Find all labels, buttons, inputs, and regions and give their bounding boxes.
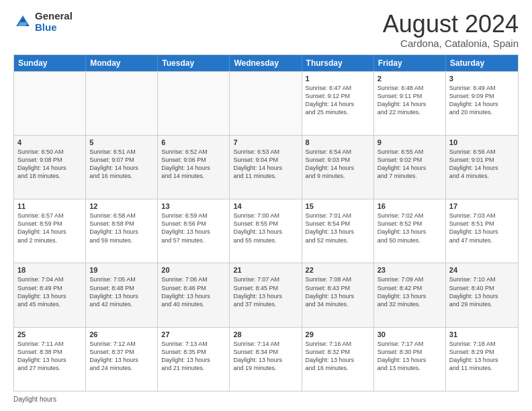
day-number: 28 bbox=[233, 330, 298, 338]
day-info: Sunrise: 7:01 AM Sunset: 8:54 PM Dayligh… bbox=[306, 212, 370, 244]
day-info: Sunrise: 6:47 AM Sunset: 9:12 PM Dayligh… bbox=[306, 84, 370, 117]
day-number: 18 bbox=[17, 266, 82, 274]
day-number: 27 bbox=[161, 330, 226, 338]
calendar-row: 25Sunrise: 7:11 AM Sunset: 8:38 PM Dayli… bbox=[14, 327, 518, 391]
calendar-header-day: Tuesday bbox=[158, 55, 230, 71]
day-number: 6 bbox=[161, 138, 226, 146]
calendar-row: 18Sunrise: 7:04 AM Sunset: 8:49 PM Dayli… bbox=[14, 263, 518, 326]
footer-label: Daylight hours bbox=[13, 396, 56, 403]
day-number: 20 bbox=[161, 266, 226, 274]
day-number: 4 bbox=[17, 138, 82, 146]
calendar-cell: 15Sunrise: 7:01 AM Sunset: 8:54 PM Dayli… bbox=[302, 199, 374, 263]
logo-icon bbox=[13, 13, 32, 32]
day-info: Sunrise: 7:06 AM Sunset: 8:46 PM Dayligh… bbox=[161, 275, 226, 308]
calendar-cell: 26Sunrise: 7:12 AM Sunset: 8:37 PM Dayli… bbox=[86, 328, 158, 391]
calendar-cell bbox=[230, 72, 302, 135]
day-info: Sunrise: 6:48 AM Sunset: 9:11 PM Dayligh… bbox=[378, 84, 442, 117]
day-info: Sunrise: 6:59 AM Sunset: 8:56 PM Dayligh… bbox=[161, 212, 226, 244]
calendar-row: 4Sunrise: 6:50 AM Sunset: 9:08 PM Daylig… bbox=[14, 135, 518, 199]
calendar-header-day: Wednesday bbox=[230, 55, 302, 71]
calendar-cell: 31Sunrise: 7:18 AM Sunset: 8:29 PM Dayli… bbox=[446, 328, 518, 391]
logo-general-text: General bbox=[35, 11, 73, 22]
day-number: 24 bbox=[449, 266, 515, 274]
day-info: Sunrise: 7:12 AM Sunset: 8:37 PM Dayligh… bbox=[89, 340, 154, 373]
day-number: 22 bbox=[306, 266, 370, 274]
day-info: Sunrise: 7:18 AM Sunset: 8:29 PM Dayligh… bbox=[449, 340, 515, 373]
day-number: 2 bbox=[378, 75, 442, 83]
day-info: Sunrise: 7:11 AM Sunset: 8:38 PM Dayligh… bbox=[17, 340, 82, 373]
calendar-cell: 22Sunrise: 7:08 AM Sunset: 8:43 PM Dayli… bbox=[302, 263, 374, 326]
day-info: Sunrise: 7:07 AM Sunset: 8:45 PM Dayligh… bbox=[233, 275, 298, 308]
day-number: 7 bbox=[233, 138, 298, 146]
day-info: Sunrise: 7:16 AM Sunset: 8:32 PM Dayligh… bbox=[306, 340, 370, 373]
day-number: 25 bbox=[17, 330, 82, 338]
day-info: Sunrise: 6:54 AM Sunset: 9:03 PM Dayligh… bbox=[306, 148, 370, 181]
calendar-header: SundayMondayTuesdayWednesdayThursdayFrid… bbox=[14, 55, 518, 71]
calendar-cell: 10Sunrise: 6:56 AM Sunset: 9:01 PM Dayli… bbox=[446, 136, 518, 199]
calendar-cell: 9Sunrise: 6:55 AM Sunset: 9:02 PM Daylig… bbox=[374, 136, 446, 199]
calendar-cell: 1Sunrise: 6:47 AM Sunset: 9:12 PM Daylig… bbox=[302, 72, 374, 135]
day-info: Sunrise: 6:58 AM Sunset: 8:58 PM Dayligh… bbox=[89, 212, 154, 244]
day-number: 12 bbox=[89, 202, 154, 210]
calendar-header-day: Thursday bbox=[302, 55, 374, 71]
calendar-header-day: Saturday bbox=[446, 55, 518, 71]
day-info: Sunrise: 7:08 AM Sunset: 8:43 PM Dayligh… bbox=[306, 275, 370, 308]
day-number: 5 bbox=[89, 138, 154, 146]
header: General Blue August 2024 Cardona, Catalo… bbox=[13, 11, 519, 49]
day-info: Sunrise: 7:00 AM Sunset: 8:55 PM Dayligh… bbox=[233, 212, 298, 244]
logo-blue-text: Blue bbox=[35, 22, 73, 34]
calendar-header-day: Sunday bbox=[14, 55, 86, 71]
calendar-cell: 28Sunrise: 7:14 AM Sunset: 8:34 PM Dayli… bbox=[230, 328, 302, 391]
day-number: 19 bbox=[89, 266, 154, 274]
calendar-row: 11Sunrise: 6:57 AM Sunset: 8:59 PM Dayli… bbox=[14, 199, 518, 263]
calendar-header-day: Monday bbox=[86, 55, 158, 71]
calendar-cell: 4Sunrise: 6:50 AM Sunset: 9:08 PM Daylig… bbox=[14, 136, 86, 199]
main-title: August 2024 bbox=[383, 11, 519, 38]
day-number: 17 bbox=[449, 202, 515, 210]
calendar-cell: 21Sunrise: 7:07 AM Sunset: 8:45 PM Dayli… bbox=[230, 263, 302, 326]
day-info: Sunrise: 6:53 AM Sunset: 9:04 PM Dayligh… bbox=[233, 148, 298, 181]
day-number: 13 bbox=[161, 202, 226, 210]
day-info: Sunrise: 7:04 AM Sunset: 8:49 PM Dayligh… bbox=[17, 275, 82, 308]
calendar-cell: 5Sunrise: 6:51 AM Sunset: 9:07 PM Daylig… bbox=[86, 136, 158, 199]
calendar-row: 1Sunrise: 6:47 AM Sunset: 9:12 PM Daylig… bbox=[14, 71, 518, 135]
calendar-cell: 18Sunrise: 7:04 AM Sunset: 8:49 PM Dayli… bbox=[14, 263, 86, 326]
day-number: 3 bbox=[449, 75, 515, 83]
day-info: Sunrise: 6:57 AM Sunset: 8:59 PM Dayligh… bbox=[17, 212, 82, 244]
day-info: Sunrise: 7:17 AM Sunset: 8:30 PM Dayligh… bbox=[378, 340, 442, 373]
calendar-cell bbox=[14, 72, 86, 135]
calendar-header-day: Friday bbox=[374, 55, 446, 71]
subtitle: Cardona, Catalonia, Spain bbox=[383, 38, 519, 49]
day-number: 26 bbox=[89, 330, 154, 338]
calendar-cell: 12Sunrise: 6:58 AM Sunset: 8:58 PM Dayli… bbox=[86, 199, 158, 263]
day-info: Sunrise: 6:55 AM Sunset: 9:02 PM Dayligh… bbox=[378, 148, 442, 181]
calendar-cell: 16Sunrise: 7:02 AM Sunset: 8:52 PM Dayli… bbox=[374, 199, 446, 263]
calendar-cell: 13Sunrise: 6:59 AM Sunset: 8:56 PM Dayli… bbox=[158, 199, 230, 263]
day-number: 10 bbox=[449, 138, 515, 146]
calendar-cell: 6Sunrise: 6:52 AM Sunset: 9:06 PM Daylig… bbox=[158, 136, 230, 199]
calendar-cell: 2Sunrise: 6:48 AM Sunset: 9:11 PM Daylig… bbox=[374, 72, 446, 135]
calendar-cell: 23Sunrise: 7:09 AM Sunset: 8:42 PM Dayli… bbox=[374, 263, 446, 326]
calendar-cell: 25Sunrise: 7:11 AM Sunset: 8:38 PM Dayli… bbox=[14, 328, 86, 391]
day-number: 1 bbox=[306, 75, 370, 83]
calendar-cell bbox=[86, 72, 158, 135]
day-number: 23 bbox=[378, 266, 442, 274]
day-info: Sunrise: 6:49 AM Sunset: 9:09 PM Dayligh… bbox=[449, 84, 515, 117]
calendar-cell: 24Sunrise: 7:10 AM Sunset: 8:40 PM Dayli… bbox=[446, 263, 518, 326]
day-info: Sunrise: 7:13 AM Sunset: 8:35 PM Dayligh… bbox=[161, 340, 226, 373]
calendar-cell: 14Sunrise: 7:00 AM Sunset: 8:55 PM Dayli… bbox=[230, 199, 302, 263]
calendar-cell: 7Sunrise: 6:53 AM Sunset: 9:04 PM Daylig… bbox=[230, 136, 302, 199]
calendar-body: 1Sunrise: 6:47 AM Sunset: 9:12 PM Daylig… bbox=[14, 71, 518, 391]
day-info: Sunrise: 7:02 AM Sunset: 8:52 PM Dayligh… bbox=[378, 212, 442, 244]
calendar-cell: 27Sunrise: 7:13 AM Sunset: 8:35 PM Dayli… bbox=[158, 328, 230, 391]
calendar-cell bbox=[158, 72, 230, 135]
day-info: Sunrise: 6:50 AM Sunset: 9:08 PM Dayligh… bbox=[17, 148, 82, 181]
day-info: Sunrise: 7:03 AM Sunset: 8:51 PM Dayligh… bbox=[449, 212, 515, 244]
calendar-cell: 30Sunrise: 7:17 AM Sunset: 8:30 PM Dayli… bbox=[374, 328, 446, 391]
day-number: 9 bbox=[378, 138, 442, 146]
day-info: Sunrise: 6:52 AM Sunset: 9:06 PM Dayligh… bbox=[161, 148, 226, 181]
title-block: August 2024 Cardona, Catalonia, Spain bbox=[383, 11, 519, 49]
logo: General Blue bbox=[13, 11, 73, 33]
day-number: 11 bbox=[17, 202, 82, 210]
page: General Blue August 2024 Cardona, Catalo… bbox=[0, 0, 532, 411]
